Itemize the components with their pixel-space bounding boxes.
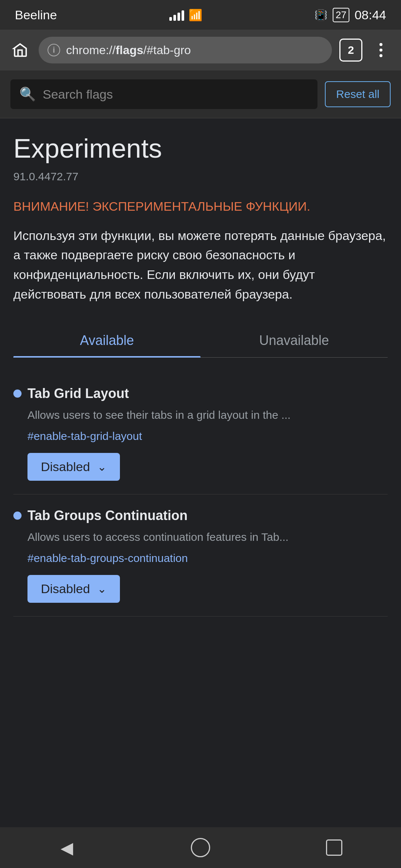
home-icon xyxy=(12,42,28,58)
home-circle-icon xyxy=(191,838,210,857)
flag-select-label: Disabled xyxy=(41,460,90,474)
more-icon xyxy=(379,43,382,57)
reset-all-button[interactable]: Reset all xyxy=(325,81,391,107)
flag-indicator-dot-2 xyxy=(13,512,22,520)
search-placeholder: Search flags xyxy=(43,87,113,102)
address-bar[interactable]: i chrome://flags/#tab-gro xyxy=(39,37,332,63)
status-right: 📳 27 08:44 xyxy=(314,8,386,22)
flag-title-row-2: Tab Groups Continuation xyxy=(13,508,388,523)
tabs-container: Available Unavailable xyxy=(13,322,388,358)
vibrate-icon: 📳 xyxy=(314,9,327,21)
nav-home-button[interactable] xyxy=(186,833,215,862)
more-button[interactable] xyxy=(370,39,392,61)
flag-title-2: Tab Groups Continuation xyxy=(27,508,188,523)
main-content: Experiments 91.0.4472.77 ВНИМАНИЕ! ЭКСПЕ… xyxy=(0,118,401,827)
info-icon: i xyxy=(48,44,60,56)
flag-link[interactable]: #enable-tab-grid-layout xyxy=(13,430,388,443)
status-bar: Beeline 📶 📳 27 08:44 xyxy=(0,0,401,30)
warning-text: ВНИМАНИЕ! ЭКСПЕРИМЕНТАЛЬНЫЕ ФУНКЦИИ. xyxy=(13,198,388,216)
search-bar-container: 🔍 Search flags Reset all xyxy=(0,70,401,118)
page-title: Experiments xyxy=(13,133,388,164)
tab-available[interactable]: Available xyxy=(13,322,200,357)
bottom-navigation: ▶ xyxy=(0,827,401,868)
flag-description: Allows users to see their tabs in a grid… xyxy=(13,407,388,423)
clock: 08:44 xyxy=(355,8,386,22)
browser-toolbar: i chrome://flags/#tab-gro 2 xyxy=(0,30,401,70)
flag-title-row: Tab Grid Layout xyxy=(13,386,388,401)
flag-select-button-2[interactable]: Disabled ⌄ xyxy=(27,575,120,603)
flag-select-label-2: Disabled xyxy=(41,582,90,596)
status-icons: 📶 xyxy=(169,9,202,22)
flag-item-tab-groups-continuation: Tab Groups Continuation Allows users to … xyxy=(13,494,388,617)
nav-recents-button[interactable] xyxy=(319,833,349,862)
version-text: 91.0.4472.77 xyxy=(13,170,388,183)
home-button[interactable] xyxy=(9,39,31,61)
search-icon: 🔍 xyxy=(19,86,36,102)
nav-back-button[interactable]: ▶ xyxy=(52,833,82,862)
battery-level: 27 xyxy=(336,9,346,21)
back-icon: ▶ xyxy=(61,838,73,857)
chevron-down-icon-2: ⌄ xyxy=(97,582,107,595)
carrier-text: Beeline xyxy=(15,8,57,22)
flag-select-button[interactable]: Disabled ⌄ xyxy=(27,453,120,481)
flag-description-2: Allows users to access continuation feat… xyxy=(13,529,388,545)
search-bar[interactable]: 🔍 Search flags xyxy=(10,79,317,109)
signal-icon xyxy=(169,9,184,21)
flag-item-tab-grid-layout: Tab Grid Layout Allows users to see thei… xyxy=(13,372,388,494)
flag-link-2[interactable]: #enable-tab-groups-continuation xyxy=(13,552,388,565)
tab-count-button[interactable]: 2 xyxy=(339,39,362,62)
battery-icon: 27 xyxy=(333,8,349,22)
flag-title: Tab Grid Layout xyxy=(27,386,129,401)
wifi-icon: 📶 xyxy=(189,9,202,22)
chevron-down-icon: ⌄ xyxy=(97,460,107,473)
tab-unavailable[interactable]: Unavailable xyxy=(200,322,388,357)
flag-indicator-dot xyxy=(13,389,22,398)
url-text: chrome://flags/#tab-gro xyxy=(66,43,191,57)
description-text: Используя эти функции, вы можете потерят… xyxy=(13,226,388,304)
recents-icon xyxy=(326,839,342,856)
tab-count: 2 xyxy=(348,44,354,56)
